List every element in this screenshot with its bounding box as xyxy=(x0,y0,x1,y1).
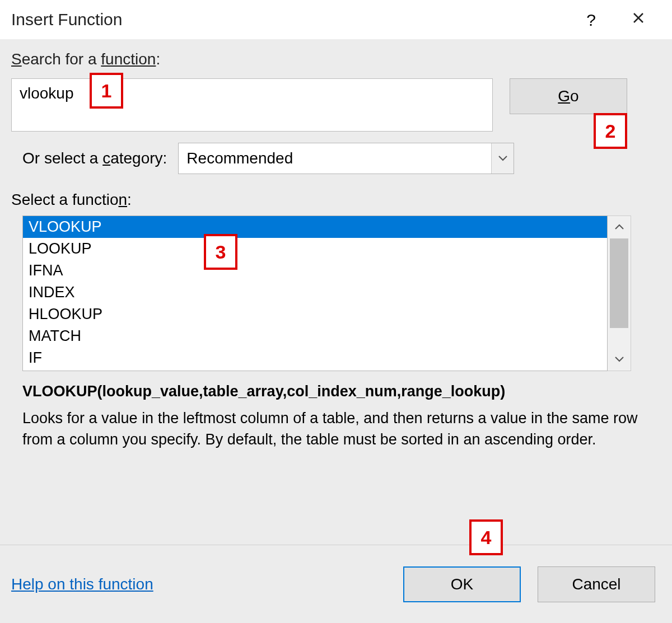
function-list-label: Select a function: xyxy=(11,191,661,209)
list-item[interactable]: INDEX xyxy=(23,282,607,303)
category-selected-value: Recommended xyxy=(186,149,293,167)
category-label: Or select a category: xyxy=(22,149,167,167)
list-item[interactable]: LOOKUP xyxy=(23,238,607,260)
close-icon xyxy=(632,11,645,25)
scroll-down-icon[interactable] xyxy=(608,348,631,371)
function-listbox[interactable]: VLOOKUPLOOKUPIFNAINDEXHLOOKUPMATCHIF xyxy=(22,216,608,371)
dialog-body: Search for a function: Go Or select a ca… xyxy=(0,39,672,450)
cancel-button[interactable]: Cancel xyxy=(538,566,655,602)
description-area: VLOOKUP(lookup_value,table_array,col_ind… xyxy=(22,381,650,450)
help-link[interactable]: Help on this function xyxy=(11,575,153,593)
insert-function-dialog: Insert Function ? Search for a function:… xyxy=(0,0,672,623)
scroll-thumb[interactable] xyxy=(610,238,628,328)
ok-button[interactable]: OK xyxy=(403,566,521,602)
list-item[interactable]: HLOOKUP xyxy=(23,303,607,325)
dialog-title: Insert Function xyxy=(11,10,122,29)
search-label: Search for a function: xyxy=(11,50,661,68)
list-item[interactable]: IFNA xyxy=(23,260,607,282)
function-signature: VLOOKUP(lookup_value,table_array,col_ind… xyxy=(22,381,650,402)
go-button[interactable]: Go xyxy=(510,78,627,114)
search-input[interactable] xyxy=(11,78,493,132)
scrollbar[interactable] xyxy=(608,216,631,371)
function-description: Looks for a value in the leftmost column… xyxy=(22,408,650,451)
titlebar: Insert Function ? xyxy=(0,0,672,39)
list-item[interactable]: VLOOKUP xyxy=(23,216,607,238)
list-item[interactable]: IF xyxy=(23,347,607,369)
help-button[interactable]: ? xyxy=(583,10,599,30)
footer: Help on this function OK Cancel xyxy=(0,545,672,623)
scroll-up-icon[interactable] xyxy=(608,216,631,238)
category-select[interactable]: Recommended xyxy=(178,143,514,174)
category-row: Or select a category: Recommended xyxy=(22,143,661,174)
close-button[interactable] xyxy=(627,7,650,29)
listbox-container: VLOOKUPLOOKUPIFNAINDEXHLOOKUPMATCHIF xyxy=(22,216,661,371)
list-item[interactable]: MATCH xyxy=(23,325,607,347)
footer-buttons: OK Cancel xyxy=(403,566,655,602)
search-row: Go xyxy=(11,78,661,132)
chevron-down-icon xyxy=(491,143,514,174)
